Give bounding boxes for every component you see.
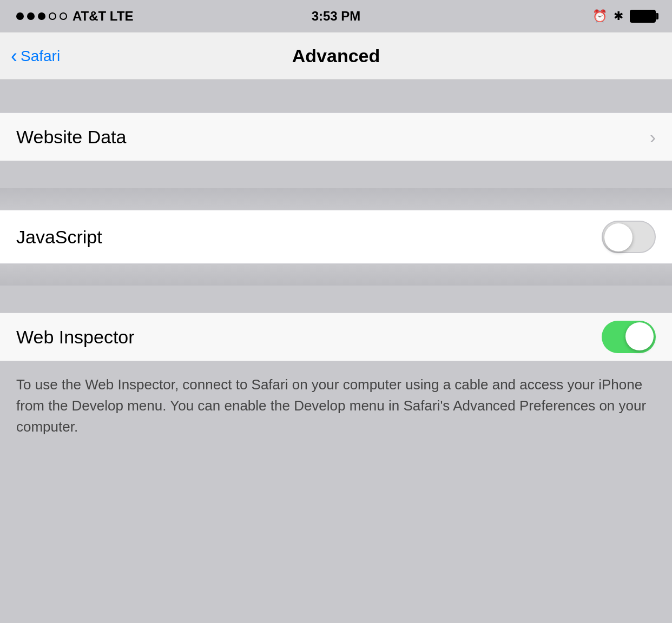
section-gap-1 — [0, 161, 672, 188]
javascript-row[interactable]: JavaScript — [0, 210, 672, 264]
description-area: To use the Web Inspector, connect to Saf… — [0, 361, 672, 450]
navigation-bar: ‹ Safari Advanced — [0, 32, 672, 80]
web-inspector-label: Web Inspector — [16, 327, 135, 348]
status-time: 3:53 PM — [312, 9, 361, 24]
status-right: ⏰ ✱ — [592, 9, 656, 23]
web-inspector-toggle-thumb — [625, 322, 654, 350]
description-text: To use the Web Inspector, connect to Saf… — [16, 374, 656, 438]
highlight-overlay-bottom — [0, 264, 672, 286]
web-inspector-row[interactable]: Web Inspector — [0, 313, 672, 361]
back-button[interactable]: ‹ Safari — [11, 47, 60, 66]
web-inspector-toggle[interactable] — [602, 321, 656, 353]
alarm-icon: ⏰ — [592, 9, 607, 23]
section-gap-2 — [0, 286, 672, 313]
signal-dot-3 — [38, 12, 45, 20]
page-title: Advanced — [292, 45, 380, 67]
bluetooth-icon: ✱ — [614, 9, 623, 23]
status-left: AT&T LTE — [16, 9, 133, 24]
signal-dot-1 — [16, 12, 24, 20]
website-data-label: Website Data — [16, 127, 126, 148]
section-separator-top — [0, 80, 672, 112]
signal-dot-4 — [49, 12, 56, 20]
highlight-overlay-top — [0, 188, 672, 210]
battery-icon — [630, 10, 656, 23]
signal-dot-2 — [27, 12, 35, 20]
status-bar: AT&T LTE 3:53 PM ⏰ ✱ — [0, 0, 672, 32]
javascript-toggle[interactable] — [602, 221, 656, 253]
back-chevron-icon: ‹ — [11, 47, 17, 66]
signal-dots — [16, 12, 67, 20]
carrier-label: AT&T LTE — [73, 9, 133, 24]
back-button-label: Safari — [21, 48, 60, 65]
javascript-label: JavaScript — [16, 227, 102, 248]
signal-dot-5 — [60, 12, 67, 20]
javascript-toggle-thumb — [604, 223, 633, 251]
chevron-right-icon: › — [650, 127, 656, 148]
javascript-section: JavaScript — [0, 188, 672, 286]
website-data-row[interactable]: Website Data › — [0, 112, 672, 161]
